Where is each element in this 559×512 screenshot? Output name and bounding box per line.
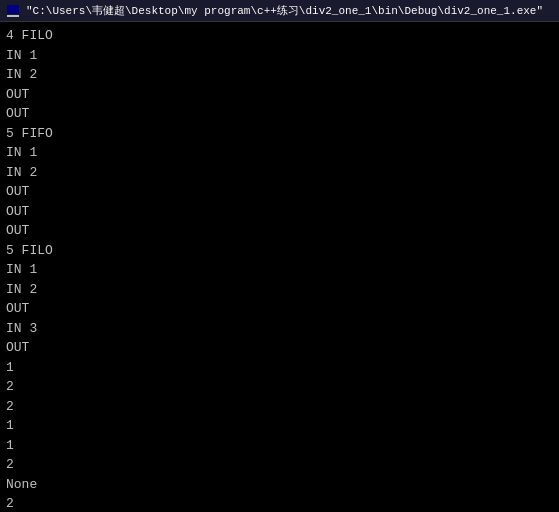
- console-line: IN 1: [6, 46, 553, 66]
- console-line: 5 FILO: [6, 241, 553, 261]
- svg-rect-1: [7, 5, 19, 14]
- console-line: 2: [6, 397, 553, 417]
- console-line: 2: [6, 455, 553, 475]
- console-line: OUT: [6, 182, 553, 202]
- window-title: "C:\Users\韦健超\Desktop\my program\c++练习\d…: [26, 3, 543, 18]
- svg-rect-2: [7, 15, 19, 17]
- console-line: 1: [6, 436, 553, 456]
- console-output: 4 FILOIN 1IN 2OUTOUT5 FIFOIN 1IN 2OUTOUT…: [0, 22, 559, 512]
- console-line: 4 FILO: [6, 26, 553, 46]
- console-line: IN 1: [6, 260, 553, 280]
- console-line: OUT: [6, 338, 553, 358]
- console-line: OUT: [6, 85, 553, 105]
- console-line: IN 2: [6, 163, 553, 183]
- console-line: 1: [6, 358, 553, 378]
- console-line: 2: [6, 377, 553, 397]
- console-line: IN 3: [6, 319, 553, 339]
- console-line: OUT: [6, 221, 553, 241]
- console-line: 1: [6, 416, 553, 436]
- console-line: OUT: [6, 202, 553, 222]
- app-icon: [6, 4, 20, 18]
- console-line: OUT: [6, 104, 553, 124]
- console-line: 5 FIFO: [6, 124, 553, 144]
- console-line: IN 1: [6, 143, 553, 163]
- console-line: 2: [6, 494, 553, 512]
- console-line: OUT: [6, 299, 553, 319]
- console-line: IN 2: [6, 280, 553, 300]
- title-bar: "C:\Users\韦健超\Desktop\my program\c++练习\d…: [0, 0, 559, 22]
- console-line: None: [6, 475, 553, 495]
- console-line: IN 2: [6, 65, 553, 85]
